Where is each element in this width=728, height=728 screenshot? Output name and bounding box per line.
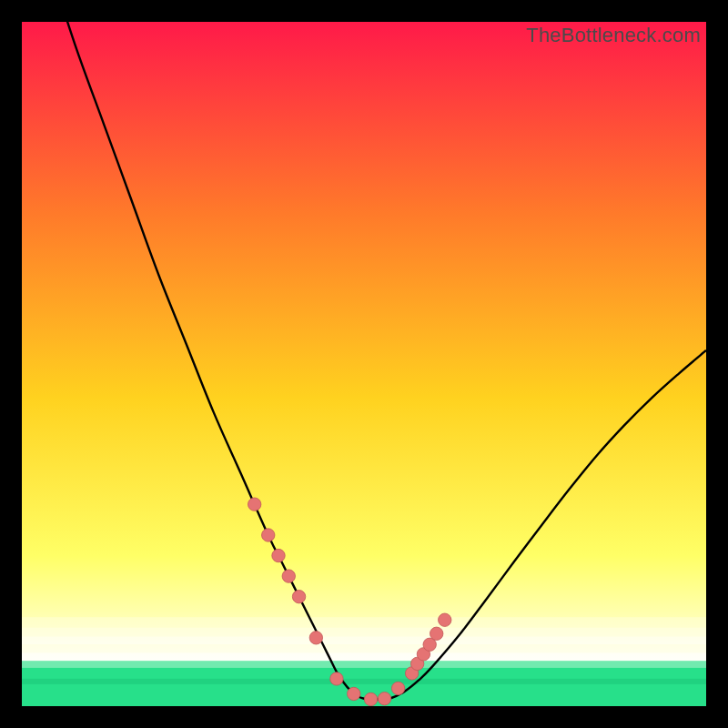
- marker-point: [292, 590, 305, 602]
- marker-point: [262, 529, 275, 541]
- chart-svg: [22, 22, 706, 706]
- marker-point: [309, 632, 322, 644]
- gradient-background: [22, 22, 706, 706]
- band: [22, 644, 706, 652]
- marker-point: [348, 687, 360, 700]
- band: [22, 679, 706, 684]
- marker-point: [282, 570, 295, 582]
- marker-point: [330, 672, 343, 685]
- marker-point: [391, 682, 404, 694]
- marker-point: [378, 693, 390, 705]
- marker-point: [430, 627, 443, 640]
- band: [22, 636, 706, 644]
- band: [22, 628, 706, 637]
- marker-point: [364, 693, 377, 705]
- band: [22, 652, 706, 661]
- marker-point: [439, 613, 451, 626]
- chart-plot: [22, 22, 706, 706]
- band: [22, 661, 706, 668]
- marker-point: [272, 549, 285, 561]
- watermark-text: TheBottleneck.com: [526, 24, 701, 47]
- marker-point: [248, 498, 260, 511]
- band: [22, 617, 706, 627]
- chart-frame: TheBottleneck.com: [22, 22, 706, 706]
- bottom-bands: [22, 617, 706, 706]
